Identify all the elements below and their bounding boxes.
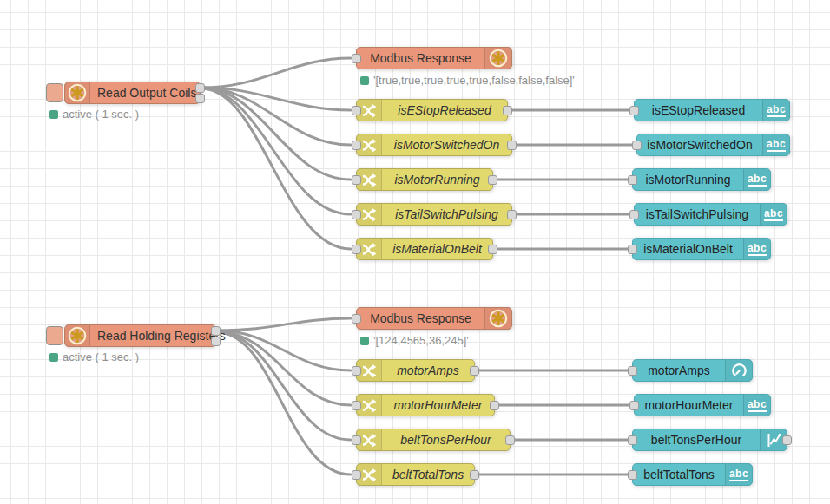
text-abc-icon: abc — [743, 169, 770, 190]
text-abc-icon: abc — [743, 239, 770, 259]
input-port[interactable] — [352, 175, 361, 185]
wire[interactable] — [218, 318, 351, 331]
node-ui-chart[interactable]: beltTonsPerHour — [632, 429, 787, 451]
output-port[interactable] — [211, 326, 221, 336]
node-label: motorAmps — [633, 360, 725, 381]
node-label: isMotorRunning — [382, 169, 492, 190]
node-ui-text[interactable]: isEStopReleased abc — [634, 99, 790, 121]
node-button[interactable] — [46, 326, 63, 345]
node-label: beltTotalTons — [382, 464, 474, 485]
modbus-asterisk-icon — [65, 325, 90, 346]
gauge-icon — [725, 360, 752, 381]
flow-canvas[interactable]: Read Output Coils active ( 1 sec. ) Modb… — [0, 0, 830, 504]
modbus-asterisk-icon — [484, 308, 511, 329]
node-label: isTailSwitchPulsing — [635, 204, 760, 225]
input-port[interactable] — [352, 401, 361, 410]
node-label: isMotorSwitchedOn — [637, 134, 762, 155]
input-port[interactable] — [352, 314, 361, 324]
node-label: isMaterialOnBelt — [633, 239, 743, 259]
node-switch[interactable]: motorAmps — [356, 359, 475, 382]
output-port[interactable] — [782, 435, 792, 445]
node-switch[interactable]: motorHourMeter — [356, 394, 495, 416]
node-status: active ( 1 sec. ) — [49, 350, 139, 363]
node-status: '[true,true,true,true,true,false,false,f… — [360, 74, 575, 87]
input-port[interactable] — [352, 245, 361, 254]
wire[interactable] — [202, 88, 351, 180]
output-port[interactable] — [503, 106, 512, 115]
node-modbus-response[interactable]: Modbus Response — [356, 47, 512, 69]
input-port[interactable] — [352, 141, 361, 150]
node-switch[interactable]: isTailSwitchPulsing — [356, 203, 512, 226]
input-port[interactable] — [629, 401, 639, 410]
node-modbus-response[interactable]: Modbus Response — [356, 307, 512, 330]
node-ui-gauge[interactable]: motorAmps — [632, 359, 753, 382]
text-abc-icon: abc — [725, 464, 752, 485]
input-port[interactable] — [628, 245, 637, 254]
node-label: motorHourMeter — [635, 395, 743, 416]
status-text: '[true,true,true,true,true,false,false,f… — [373, 74, 575, 87]
node-label: isEStopReleased — [635, 100, 762, 121]
node-status: '[124,4565,36,245]' — [360, 334, 469, 347]
text-abc-icon: abc — [762, 134, 789, 155]
output-port[interactable] — [507, 141, 517, 150]
node-label: motorAmps — [382, 360, 474, 381]
output-port[interactable] — [505, 435, 515, 445]
node-label: Read Output Coils — [90, 82, 203, 103]
node-label: Modbus Response — [357, 48, 484, 69]
node-button[interactable] — [46, 83, 63, 102]
wire[interactable] — [218, 331, 351, 440]
input-port[interactable] — [352, 470, 361, 480]
node-switch[interactable]: beltTotalTons — [356, 463, 475, 486]
input-port[interactable] — [628, 175, 637, 185]
node-switch[interactable]: isMotorRunning — [356, 168, 493, 191]
node-label: isMaterialOnBelt — [382, 239, 492, 259]
output-port[interactable] — [470, 470, 479, 480]
output-port[interactable] — [488, 175, 497, 185]
output-port[interactable] — [507, 210, 517, 219]
input-port[interactable] — [629, 106, 639, 115]
node-ui-text[interactable]: isMotorSwitchedOn abc — [636, 134, 790, 156]
text-abc-icon: abc — [762, 100, 789, 121]
wire[interactable] — [202, 88, 351, 214]
wire[interactable] — [202, 58, 351, 88]
input-port[interactable] — [628, 435, 637, 445]
status-text: active ( 1 sec. ) — [63, 108, 139, 121]
node-ui-text[interactable]: isTailSwitchPulsing abc — [634, 203, 787, 226]
node-label: beltTonsPerHour — [382, 429, 510, 450]
node-label: isMotorRunning — [633, 169, 743, 190]
output-port[interactable] — [211, 337, 221, 346]
modbus-asterisk-icon — [65, 82, 90, 103]
input-port[interactable] — [629, 210, 639, 219]
node-switch[interactable]: isEStopReleased — [356, 99, 508, 121]
input-port[interactable] — [628, 470, 637, 480]
output-port[interactable] — [488, 245, 497, 254]
output-port[interactable] — [470, 366, 479, 376]
input-port[interactable] — [352, 435, 361, 445]
input-port[interactable] — [352, 54, 361, 63]
status-green-square — [360, 76, 369, 85]
wire[interactable] — [202, 88, 351, 249]
node-label: beltTonsPerHour — [633, 429, 760, 450]
modbus-asterisk-icon — [484, 48, 511, 69]
input-port[interactable] — [352, 210, 361, 219]
node-switch[interactable]: beltTonsPerHour — [356, 429, 511, 451]
node-status: active ( 1 sec. ) — [49, 108, 139, 121]
node-ui-text[interactable]: motorHourMeter abc — [634, 394, 771, 416]
output-port[interactable] — [490, 401, 499, 410]
status-green-square — [360, 337, 369, 345]
output-port[interactable] — [195, 94, 205, 103]
output-port[interactable] — [195, 83, 205, 93]
node-ui-text[interactable]: isMaterialOnBelt abc — [632, 238, 771, 260]
node-switch[interactable]: isMaterialOnBelt — [356, 238, 493, 260]
node-switch[interactable]: isMotorSwitchedOn — [356, 134, 512, 156]
node-label: isMotorSwitchedOn — [382, 134, 511, 155]
input-port[interactable] — [632, 141, 642, 150]
node-label: isEStopReleased — [382, 100, 507, 121]
status-green-square — [49, 110, 58, 119]
node-label: isTailSwitchPulsing — [382, 204, 511, 225]
input-port[interactable] — [628, 366, 637, 376]
input-port[interactable] — [352, 366, 361, 376]
node-ui-text[interactable]: beltTotalTons abc — [632, 463, 753, 486]
node-ui-text[interactable]: isMotorRunning abc — [632, 168, 771, 191]
input-port[interactable] — [352, 106, 361, 115]
